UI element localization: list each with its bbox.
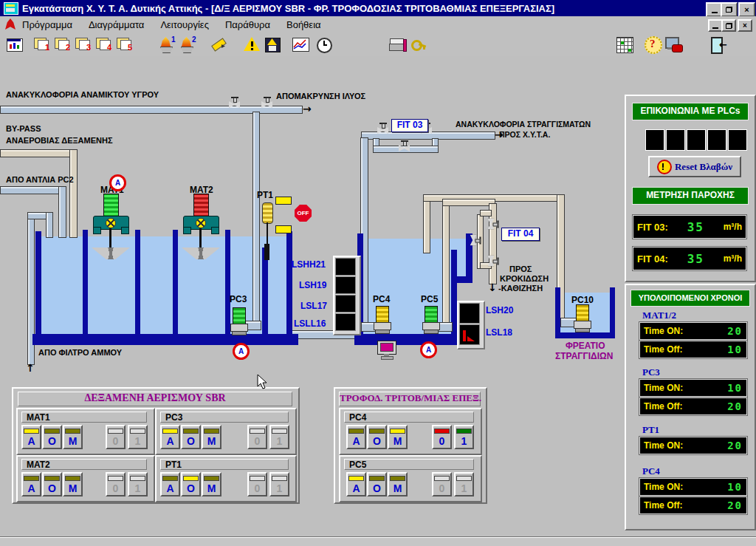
toolbar-report-button[interactable] xyxy=(4,35,24,54)
off-button[interactable]: O xyxy=(367,472,387,496)
off-button[interactable]: O xyxy=(42,472,62,496)
toolbar-key-button[interactable] xyxy=(409,35,428,54)
flow-display-fit03: FIT 03: 35 m³/h xyxy=(633,215,746,239)
operator-monitor-icon[interactable] xyxy=(377,341,396,358)
toolbar-ack-button[interactable] xyxy=(209,35,228,54)
app-icon[interactable] xyxy=(4,2,18,15)
pump-pc5[interactable] xyxy=(422,306,440,333)
menu-diagrammata[interactable]: Διαγράμματα xyxy=(89,19,144,30)
toolbar-alarm-list-1-button[interactable]: 1 xyxy=(32,35,52,54)
tank-wall xyxy=(286,231,292,344)
toolbar-alarm-save-button[interactable] xyxy=(263,35,282,54)
start-button[interactable]: 1 xyxy=(269,472,289,496)
mixer-mat1[interactable] xyxy=(92,194,130,262)
pump-icon xyxy=(576,304,589,321)
stop-button[interactable]: 0 xyxy=(432,472,452,496)
restore-button[interactable] xyxy=(721,2,738,17)
menu-boitheia[interactable]: Βοήθεια xyxy=(286,19,321,30)
button-label: M xyxy=(203,482,220,494)
toolbar-alarm-list-5-button[interactable]: 5 xyxy=(115,35,134,54)
start-button[interactable]: 1 xyxy=(269,425,289,449)
toolbar-alarm-list-4-button[interactable]: 4 xyxy=(94,35,114,54)
tank-wall xyxy=(555,287,560,338)
tank1-water xyxy=(41,236,286,334)
menu-parathyra[interactable]: Παράθυρα xyxy=(225,19,270,30)
button-indicator xyxy=(390,476,405,481)
manual-button[interactable]: M xyxy=(202,472,221,496)
off-button[interactable]: O xyxy=(181,425,201,449)
toolbar-alarm-list-3-button[interactable]: 3 xyxy=(74,35,93,54)
auto-button[interactable]: A xyxy=(21,472,41,496)
toolbar-alarm-list-2-button[interactable]: 2 xyxy=(53,35,72,54)
pump-pc3[interactable] xyxy=(230,307,248,335)
label-pc4: PC4 xyxy=(373,294,390,304)
mixer-mat2[interactable] xyxy=(182,194,220,262)
toolbar-comm-button[interactable] xyxy=(664,35,683,54)
valve-icon[interactable] xyxy=(470,235,481,247)
alarm-reset-icon[interactable]: A xyxy=(233,343,250,360)
off-button[interactable]: O xyxy=(42,425,62,449)
valve-icon[interactable] xyxy=(399,140,410,151)
button-indicator xyxy=(130,476,145,481)
start-button[interactable]: 1 xyxy=(128,472,148,496)
stop-button[interactable]: 0 xyxy=(247,472,267,496)
toolbar-alarm-group-1-button[interactable]: 1 xyxy=(158,35,177,54)
toolbar-exit-button[interactable]: ← xyxy=(709,35,728,54)
toolbar-alarm-warning-button[interactable] xyxy=(242,35,261,54)
pump-pc4[interactable] xyxy=(374,306,391,333)
manual-button[interactable]: M xyxy=(388,472,408,496)
stop-button[interactable]: 0 xyxy=(432,425,452,449)
button-label: O xyxy=(44,435,61,447)
tag-fit04[interactable]: FIT 04 xyxy=(501,228,540,241)
start-button[interactable]: 1 xyxy=(454,472,474,496)
auto-button[interactable]: A xyxy=(21,425,41,449)
child-restore-button[interactable] xyxy=(721,19,736,32)
valve-icon[interactable] xyxy=(229,97,241,108)
alarm-reset-icon[interactable]: A xyxy=(109,174,126,191)
auto-button[interactable]: A xyxy=(346,425,366,449)
close-button[interactable]: × xyxy=(738,2,755,17)
stop-button[interactable]: 0 xyxy=(247,425,267,449)
child-close-button[interactable]: × xyxy=(738,19,752,32)
button-indicator xyxy=(204,429,219,434)
pump-pc10[interactable] xyxy=(574,304,591,332)
auto-button[interactable]: A xyxy=(346,472,366,496)
menu-leitourgies[interactable]: Λειτουργίες xyxy=(160,19,209,30)
level-sensor-pt1[interactable] xyxy=(262,202,272,262)
tag-fit03[interactable]: FIT 03 xyxy=(391,119,428,132)
tank-baffle xyxy=(83,230,88,334)
off-button[interactable]: O xyxy=(367,425,387,449)
reset-faults-button[interactable]: Reset Βλαβών xyxy=(648,156,741,177)
child-minimize-button[interactable] xyxy=(708,19,723,32)
manual-button[interactable]: M xyxy=(63,425,83,449)
button-label: M xyxy=(389,435,406,447)
menu-programma[interactable]: Πρόγραμμα xyxy=(22,19,72,30)
auto-button[interactable]: A xyxy=(160,472,180,496)
group-name: PC3 xyxy=(160,412,289,423)
timer-group-name: PC3 xyxy=(642,366,660,378)
toolbar-help-button[interactable]: ? xyxy=(643,35,662,54)
control-group-pc3: PC3 A O M 0 1 xyxy=(155,408,297,455)
label-recirc-mixed: ΑΝΑΚΥΚΛΟΦΟΡΙΑ ΑΝΑΜΙΚΤΟΥ ΥΓΡΟΥ xyxy=(6,90,159,99)
manual-button[interactable]: M xyxy=(202,425,221,449)
start-button[interactable]: 1 xyxy=(128,425,148,449)
stop-button[interactable]: 0 xyxy=(106,425,126,449)
toolbar-print-button[interactable] xyxy=(388,35,408,54)
valve-icon[interactable] xyxy=(488,256,499,267)
valve-icon[interactable] xyxy=(377,123,389,134)
stop-button[interactable]: 0 xyxy=(106,472,126,496)
manual-button[interactable]: M xyxy=(388,425,408,449)
off-button[interactable]: O xyxy=(181,472,201,496)
manual-button[interactable]: M xyxy=(63,472,83,496)
auto-button[interactable]: A xyxy=(160,425,180,449)
indicator-bar xyxy=(275,197,292,205)
toolbar-clock-button[interactable] xyxy=(315,35,334,54)
button-label: 1 xyxy=(456,435,472,447)
toolbar-alarm-group-2-button[interactable]: 2 xyxy=(179,35,198,54)
valve-icon[interactable] xyxy=(261,97,273,108)
start-button[interactable]: 1 xyxy=(454,425,474,449)
alarm-reset-icon[interactable]: A xyxy=(420,341,437,358)
valve-icon[interactable] xyxy=(488,219,499,231)
toolbar-table-button[interactable] xyxy=(615,35,634,54)
toolbar-trend-button[interactable] xyxy=(291,35,310,54)
